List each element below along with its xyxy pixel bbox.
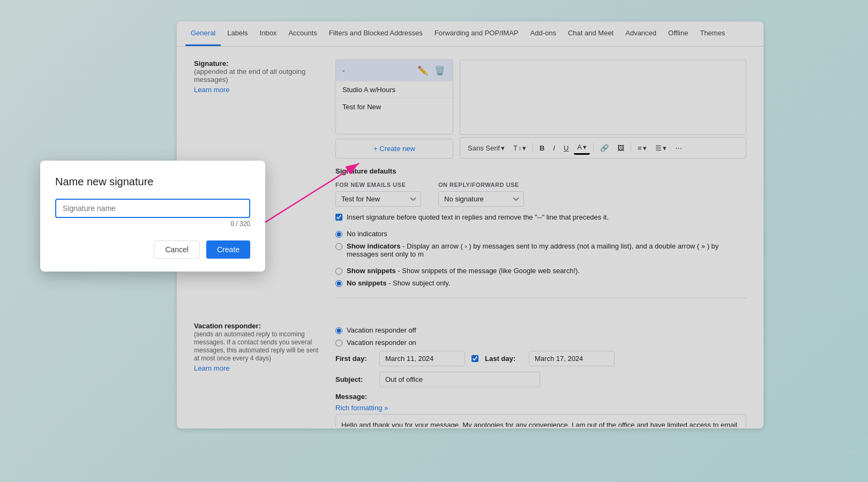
- dialog-title: Name new signature: [55, 176, 250, 188]
- char-count: 0 / 320: [55, 220, 250, 228]
- cancel-button[interactable]: Cancel: [154, 240, 200, 259]
- create-button[interactable]: Create: [206, 240, 250, 259]
- name-signature-dialog: Name new signature 0 / 320 Cancel Create: [40, 161, 265, 272]
- signature-name-input[interactable]: [55, 199, 250, 218]
- dialog-actions: Cancel Create: [55, 240, 250, 259]
